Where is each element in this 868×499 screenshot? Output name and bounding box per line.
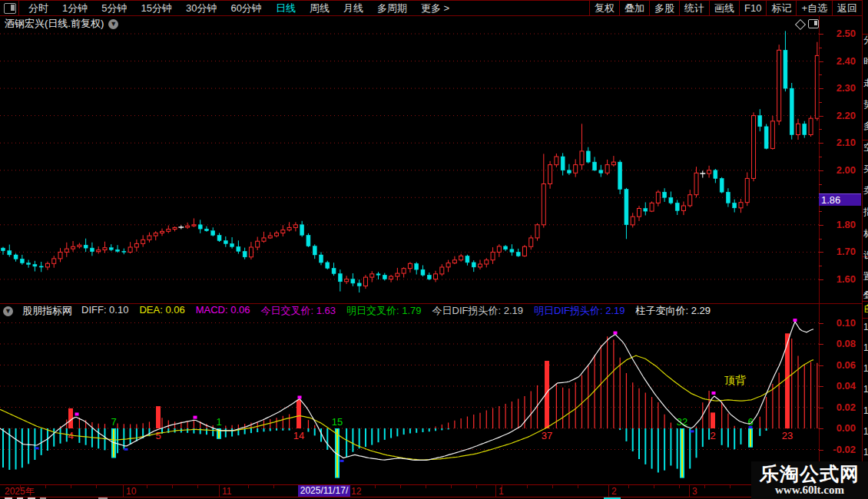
toolbar-actions: 复权叠加多股统计画线F10标记+自选返回 [589, 1, 863, 15]
clipped-menu-glyph[interactable]: 标 [863, 229, 868, 238]
clipped-menu-glyph[interactable]: 卖 [863, 186, 868, 195]
time-axis-label: 10 [126, 486, 136, 497]
minor-tick [45, 485, 46, 488]
minor-tick [96, 485, 97, 488]
period-tab[interactable]: 30分钟 [179, 2, 224, 15]
candle [516, 249, 520, 257]
candle [370, 271, 374, 282]
clipped-axis-digit: 1 [863, 364, 868, 373]
price-axis-label: 1.70 [837, 246, 856, 258]
candle [198, 220, 202, 233]
toolbar-button[interactable]: 统计 [679, 1, 709, 15]
candle [313, 244, 316, 259]
period-tab[interactable]: 更多 > [414, 2, 456, 15]
macd-indicator-chart[interactable]: 4751141537322623顶背 [0, 319, 819, 484]
period-tab[interactable]: 分时 [22, 2, 55, 15]
clipped-menu-glyph[interactable]: 叠 [863, 290, 868, 299]
clipped-menu-glyph[interactable]: 置 [863, 272, 868, 281]
minor-tick [426, 485, 426, 488]
window-panel-icon[interactable] [4, 3, 16, 14]
clipped-menu-glyph[interactable]: 自 [863, 304, 868, 313]
candle [243, 248, 247, 259]
minor-tick [375, 485, 376, 488]
axis-minor-tick [819, 157, 822, 157]
period-tab[interactable]: 1分钟 [55, 2, 94, 15]
candle [217, 233, 221, 243]
candle [383, 273, 386, 281]
main-price-chart[interactable] [0, 31, 819, 303]
candle [33, 261, 37, 272]
candle [78, 243, 81, 249]
candle [293, 222, 297, 231]
candle [306, 233, 310, 247]
candle [287, 222, 291, 231]
period-tab[interactable]: 月线 [336, 2, 370, 15]
axis-tick [819, 116, 823, 117]
collapse-icon[interactable]: ▼ [3, 306, 13, 316]
crosshair-date-badge: 2025/11/17/— [298, 485, 350, 497]
time-axis-label: 2 [611, 486, 617, 497]
month-separator [608, 485, 609, 497]
toolbar-button[interactable]: 画线 [709, 1, 739, 15]
toolbar-button[interactable]: 多股 [649, 1, 679, 15]
clipped-menu-glyph[interactable]: 走 [863, 78, 868, 88]
candle [720, 177, 724, 193]
period-tab[interactable]: 日线 [269, 2, 303, 15]
candle [167, 226, 171, 233]
time-axis-label: 2025年 [5, 486, 35, 497]
candle [427, 273, 431, 280]
indicator-value: 明日DIF拐头价: 2.19 [534, 304, 624, 318]
period-tab[interactable]: 多周期 [370, 2, 414, 15]
diamond-icon[interactable] [795, 19, 806, 30]
candle [161, 229, 164, 236]
time-axis-label: 1 [499, 486, 504, 497]
clipped-menu-glyph[interactable]: 买 [863, 164, 868, 173]
candle [65, 243, 68, 257]
clipped-menu-glyph[interactable]: 指 [863, 207, 868, 216]
period-tab[interactable]: 5分钟 [94, 2, 134, 15]
clipped-menu-glyph[interactable]: 空 [863, 143, 868, 152]
indicator-value: 今日交叉价: 1.63 [261, 304, 336, 318]
indicator-value: MACD: 0.06 [196, 304, 250, 318]
toolbar-button[interactable]: 标记 [766, 1, 796, 15]
candle [351, 273, 355, 286]
axis-tick [819, 408, 823, 408]
clipped-menu-glyph[interactable]: 势 [863, 100, 868, 109]
period-tab[interactable]: 15分钟 [134, 2, 178, 15]
clipped-menu-glyph[interactable]: 时 [863, 57, 868, 66]
candle [71, 241, 75, 252]
right-side-toolbar-clipped[interactable]: 分时走势多空买卖指标设置叠自11111111 [862, 0, 868, 499]
indicator-axis-label: 0.08 [837, 338, 856, 350]
period-tab[interactable]: 60分钟 [224, 2, 268, 15]
minor-tick [476, 485, 477, 488]
candle [580, 124, 584, 170]
split-panel-icon[interactable] [808, 19, 819, 28]
svg-text:5: 5 [155, 430, 161, 441]
candle [784, 31, 787, 91]
axis-minor-tick [819, 74, 822, 75]
clipped-menu-glyph[interactable]: 多 [863, 121, 868, 131]
candle [363, 275, 367, 289]
candle [39, 262, 43, 272]
period-tab[interactable]: 周线 [303, 2, 336, 15]
axis-tick [819, 386, 823, 387]
toolbar-button[interactable]: 复权 [589, 1, 619, 15]
toolbar-button[interactable]: +自选 [796, 1, 832, 15]
clipped-menu-glyph[interactable]: 分 [863, 35, 868, 45]
candle [599, 165, 603, 177]
axis-tick [819, 279, 823, 280]
axis-minor-tick [819, 239, 822, 240]
chevron-down-icon[interactable]: ▼ [108, 19, 118, 29]
clipped-axis-digit: 1 [863, 448, 868, 457]
candle [485, 258, 489, 267]
toolbar-button[interactable]: F10 [739, 1, 766, 15]
candle [714, 169, 717, 183]
candle [694, 167, 698, 197]
toolbar-button[interactable]: 叠加 [619, 1, 649, 15]
candle [192, 218, 196, 226]
price-axis-label: 1.80 [837, 219, 856, 231]
toolbar-button[interactable]: 返回 [832, 1, 863, 15]
candle [669, 192, 673, 205]
time-axis-label: 3 [692, 486, 697, 497]
clipped-menu-glyph[interactable]: 设 [863, 250, 868, 259]
